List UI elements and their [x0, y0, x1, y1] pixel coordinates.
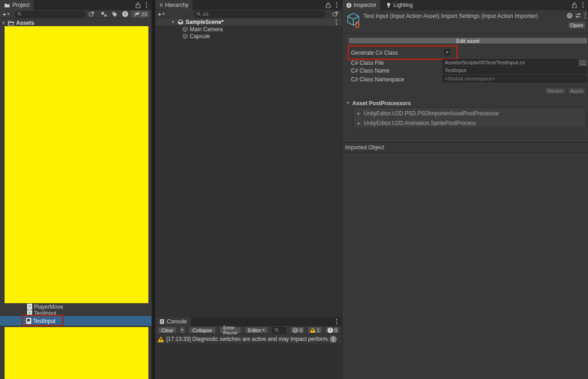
add-asset-button[interactable]: +▾: [2, 11, 9, 17]
tab-hierarchy[interactable]: ≡ Hierarchy: [155, 0, 192, 10]
kebab-menu-icon[interactable]: [581, 2, 585, 8]
plus-icon: +: [158, 11, 162, 17]
asset-label: TestInput: [33, 318, 56, 324]
search-by-type-button[interactable]: [99, 11, 108, 18]
check-icon: ✓: [445, 50, 449, 55]
asset-label: TestInput: [34, 310, 57, 316]
kebab-menu-icon[interactable]: [583, 12, 587, 19]
warning-count-toggle[interactable]: 1: [308, 327, 322, 334]
foldout-closed-icon: ▶: [357, 121, 362, 125]
error-count-toggle[interactable]: ! 0: [325, 327, 339, 334]
svg-text:{: {: [27, 321, 28, 324]
postprocessors-foldout[interactable]: ▼ Asset PostProcessors: [342, 100, 588, 107]
lock-icon[interactable]: [326, 2, 331, 8]
search-icon: [197, 12, 201, 16]
help-icon[interactable]: ?: [567, 13, 572, 18]
generate-class-checkbox[interactable]: ✓: [444, 49, 450, 55]
console-search-input[interactable]: [272, 327, 286, 334]
inspector-panel: i Inspector Lighting {} Test Input (Inpu…: [342, 0, 588, 379]
hierarchy-item-main-camera[interactable]: Main Camera: [155, 26, 342, 33]
project-tab-label: Project: [12, 2, 29, 8]
foldout-open-icon[interactable]: ▼: [171, 20, 175, 24]
unity-scene-icon: [177, 19, 184, 25]
search-icon: [17, 12, 22, 16]
assets-label: Assets: [16, 20, 34, 26]
foldout-closed-icon: ▶: [357, 112, 362, 116]
lock-icon[interactable]: [136, 2, 141, 8]
hierarchy-item-capsule[interactable]: Capsule: [155, 33, 342, 40]
tab-console[interactable]: Console: [155, 317, 191, 326]
kebab-menu-icon[interactable]: [335, 318, 339, 325]
kebab-menu-icon[interactable]: [335, 2, 339, 8]
clear-button[interactable]: Clear: [158, 327, 177, 334]
scene-label: SampleScene*: [186, 19, 224, 25]
warning-icon: [158, 336, 164, 342]
tab-inspector[interactable]: i Inspector: [342, 0, 380, 10]
console-toolbar: Clear ▾ Collapse Error Pause Editor▾ ! 0…: [155, 326, 342, 334]
clear-dropdown-button[interactable]: ▾: [179, 327, 185, 334]
open-in-window-icon: [89, 11, 94, 17]
create-object-button[interactable]: +▾: [158, 11, 164, 17]
input-action-asset-icon: {}: [346, 12, 362, 28]
favorites-button[interactable]: !: [121, 11, 130, 18]
open-search-window-button[interactable]: [331, 11, 339, 18]
hidden-packages-toggle[interactable]: 23: [131, 11, 149, 18]
collapse-button[interactable]: Collapse: [189, 327, 216, 334]
project-search-input[interactable]: [15, 11, 85, 17]
hierarchy-search-placeholder: All: [203, 11, 208, 17]
console-log-entry[interactable]: [17:13:33] Diagnostic switches are activ…: [155, 334, 342, 344]
inspector-tab-strip: i Inspector Lighting: [342, 0, 588, 10]
scene-kebab-icon[interactable]: [334, 19, 338, 25]
asset-row-testinput-selected[interactable]: { TestInput: [0, 316, 152, 326]
lock-icon[interactable]: [572, 2, 577, 8]
class-file-label: C# Class File: [351, 60, 384, 66]
warning-count: 1: [317, 328, 320, 333]
open-button[interactable]: Open: [568, 22, 586, 29]
redacted-region: [5, 26, 148, 303]
tab-project[interactable]: Project: [0, 0, 34, 10]
class-namespace-field[interactable]: <Global namespace>: [442, 75, 587, 82]
search-by-type-icon: [101, 11, 107, 17]
open-search-window-button[interactable]: [87, 11, 96, 18]
editor-dropdown[interactable]: Editor▾: [245, 327, 268, 334]
kebab-menu-icon[interactable]: [145, 2, 148, 8]
edit-asset-button[interactable]: Edit asset: [348, 37, 588, 44]
project-panel: Project +▾ ! 23 ▼ Assets: [0, 0, 152, 379]
inspector-tab-label: Inspector: [354, 2, 376, 8]
presets-icon[interactable]: [575, 13, 581, 18]
collapse-count-badge: 1: [330, 336, 337, 343]
error-icon: !: [328, 328, 333, 333]
browse-button[interactable]: …: [578, 59, 587, 66]
assets-root-row[interactable]: ▼ Assets: [0, 19, 152, 27]
asset-row-playermove[interactable]: # PlayerMove: [0, 303, 152, 310]
plus-icon: +: [2, 11, 6, 17]
asset-row-testinput-script[interactable]: # TestInput: [0, 310, 152, 316]
log-icon: !: [293, 328, 298, 333]
console-message: [17:13:33] Diagnostic switches are activ…: [166, 336, 328, 342]
revert-button[interactable]: Revert: [544, 87, 566, 94]
tag-icon: [112, 11, 118, 17]
gameobject-cube-icon: [182, 34, 188, 39]
hierarchy-search-input[interactable]: All: [194, 11, 325, 17]
apply-button[interactable]: Apply: [568, 87, 586, 94]
tab-lighting[interactable]: Lighting: [382, 0, 417, 10]
class-name-label: C# Class Name: [351, 68, 390, 74]
class-name-field[interactable]: TestInput: [442, 67, 587, 74]
folder-icon: [4, 3, 10, 8]
postprocessor-item[interactable]: ▶ UnityEditor.U2D.PSD.PSDImporterAssetPo…: [354, 110, 585, 117]
foldout-open-icon[interactable]: ▼: [1, 21, 6, 25]
folder-open-icon: [8, 20, 14, 26]
postprocessor-item[interactable]: ▶ UnityEditor.U2D.Animation.SpritePostPr…: [354, 120, 585, 126]
chevron-down-icon: ▾: [263, 328, 265, 332]
scene-row-samplescene[interactable]: ▼ SampleScene*: [155, 18, 342, 26]
log-count-toggle[interactable]: ! 0: [290, 327, 305, 334]
class-file-field[interactable]: Assets/Scripts/00Test/TestInput.cs: [442, 59, 578, 66]
search-by-label-button[interactable]: [110, 11, 119, 18]
lightbulb-icon: [386, 2, 391, 8]
warning-icon: [310, 328, 316, 333]
imported-object-bar: Imported Object: [342, 142, 588, 153]
console-doc-icon: [159, 319, 164, 324]
error-pause-button[interactable]: Error Pause: [220, 327, 241, 334]
inspector-header: {} Test Input (Input Action Asset) Impor…: [342, 10, 588, 34]
svg-text:{}: {}: [355, 21, 360, 28]
